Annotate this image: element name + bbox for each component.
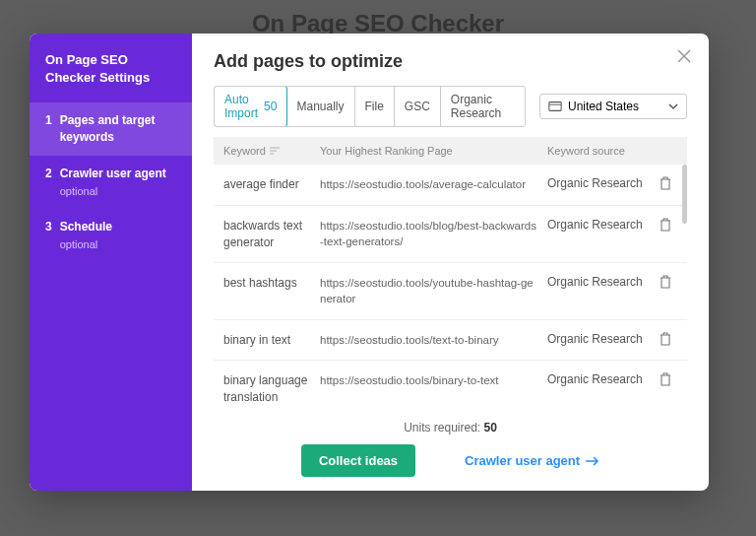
header-keyword-label: Keyword bbox=[223, 145, 266, 157]
cell-keyword: best hashtags bbox=[223, 275, 312, 292]
close-icon bbox=[677, 49, 691, 63]
sidebar-step-2[interactable]: 2 Crawler user agent optional bbox=[30, 156, 192, 209]
sidebar-title: On Page SEO Checker Settings bbox=[30, 51, 192, 102]
scrollbar[interactable] bbox=[681, 165, 687, 409]
tab-label: Auto Import bbox=[224, 93, 260, 120]
units-value: 50 bbox=[484, 421, 497, 435]
tab-organic-research[interactable]: Organic Research bbox=[441, 87, 525, 126]
step-num: 3 bbox=[45, 219, 52, 252]
tab-label: GSC bbox=[405, 100, 430, 113]
tab-label: Manually bbox=[296, 100, 344, 113]
table-row: binary in text https://seostudio.tools/t… bbox=[214, 320, 687, 362]
trash-icon bbox=[660, 372, 671, 386]
cell-source: Organic Research bbox=[547, 275, 646, 289]
cell-keyword: backwards text generator bbox=[223, 218, 312, 251]
collect-ideas-button[interactable]: Collect ideas bbox=[301, 444, 415, 477]
delete-button[interactable] bbox=[654, 372, 677, 386]
tab-file[interactable]: File bbox=[355, 87, 395, 126]
next-step-label: Crawler user agent bbox=[465, 453, 580, 468]
sort-icon bbox=[270, 147, 280, 155]
trash-icon bbox=[660, 176, 671, 190]
step-label: Schedule bbox=[60, 219, 176, 235]
tab-count: 50 bbox=[264, 100, 277, 113]
step-optional: optional bbox=[60, 184, 176, 199]
next-step-link[interactable]: Crawler user agent bbox=[465, 453, 599, 468]
tab-gsc[interactable]: GSC bbox=[395, 87, 441, 126]
main-title: Add pages to optimize bbox=[214, 51, 687, 72]
import-tabs: Auto Import50ManuallyFileGSCOrganic Rese… bbox=[214, 86, 526, 127]
sidebar-step-1[interactable]: 1 Pages and target keywords bbox=[30, 102, 192, 156]
table-row: best hashtags https://seostudio.tools/yo… bbox=[214, 263, 687, 319]
cell-source: Organic Research bbox=[547, 332, 646, 346]
step-num: 1 bbox=[45, 112, 52, 146]
trash-icon bbox=[660, 218, 671, 232]
trash-icon bbox=[660, 332, 671, 346]
step-num: 2 bbox=[45, 166, 52, 199]
tab-manually[interactable]: Manually bbox=[286, 87, 354, 126]
step-optional: optional bbox=[60, 237, 176, 252]
settings-modal: On Page SEO Checker Settings 1 Pages and… bbox=[30, 34, 709, 491]
sidebar: On Page SEO Checker Settings 1 Pages and… bbox=[30, 34, 192, 491]
header-page: Your Highest Ranking Page bbox=[320, 145, 539, 157]
tab-auto-import[interactable]: Auto Import50 bbox=[214, 86, 287, 127]
cell-page: https://seostudio.tools/blog/best-backwa… bbox=[320, 218, 539, 249]
cell-keyword: average finder bbox=[223, 176, 312, 193]
country-select[interactable]: United States bbox=[539, 94, 687, 119]
header-keyword[interactable]: Keyword bbox=[223, 145, 312, 157]
cell-page: https://seostudio.tools/average-calculat… bbox=[320, 176, 539, 192]
scrollbar-thumb[interactable] bbox=[682, 165, 687, 224]
tab-label: File bbox=[365, 100, 384, 113]
cell-page: https://seostudio.tools/youtube-hashtag-… bbox=[320, 275, 539, 306]
arrow-right-icon bbox=[586, 456, 599, 466]
delete-button[interactable] bbox=[654, 275, 677, 289]
table-row: average finder https://seostudio.tools/a… bbox=[214, 165, 687, 206]
chevron-down-icon bbox=[668, 101, 678, 111]
trash-icon bbox=[660, 275, 671, 289]
header-source: Keyword source bbox=[547, 145, 646, 157]
cell-keyword: binary language translation bbox=[223, 372, 312, 406]
delete-button[interactable] bbox=[654, 218, 677, 232]
cell-page: https://seostudio.tools/binary-to-text bbox=[320, 372, 539, 388]
tab-label: Organic Research bbox=[451, 93, 515, 120]
delete-button[interactable] bbox=[654, 176, 677, 190]
cell-page: https://seostudio.tools/text-to-binary bbox=[320, 332, 539, 348]
country-label: United States bbox=[568, 100, 639, 113]
cell-source: Organic Research bbox=[547, 176, 646, 190]
step-label: Crawler user agent bbox=[60, 166, 176, 182]
cell-source: Organic Research bbox=[547, 218, 646, 232]
cell-source: Organic Research bbox=[547, 372, 646, 386]
delete-button[interactable] bbox=[654, 332, 677, 346]
units-label: Units required: bbox=[404, 421, 483, 435]
sidebar-step-3[interactable]: 3 Schedule optional bbox=[30, 209, 192, 262]
table-row: binary language translation https://seos… bbox=[214, 361, 687, 409]
globe-icon bbox=[548, 100, 562, 113]
table-header: Keyword Your Highest Ranking Page Keywor… bbox=[214, 137, 687, 165]
main-panel: Add pages to optimize Auto Import50Manua… bbox=[192, 34, 709, 491]
table-body[interactable]: average finder https://seostudio.tools/a… bbox=[214, 165, 687, 409]
units-required: Units required: 50 bbox=[214, 421, 687, 435]
step-label: Pages and target keywords bbox=[60, 112, 176, 146]
table-row: backwards text generator https://seostud… bbox=[214, 206, 687, 264]
close-button[interactable] bbox=[673, 45, 695, 67]
cell-keyword: binary in text bbox=[223, 332, 312, 349]
svg-rect-0 bbox=[549, 102, 561, 111]
